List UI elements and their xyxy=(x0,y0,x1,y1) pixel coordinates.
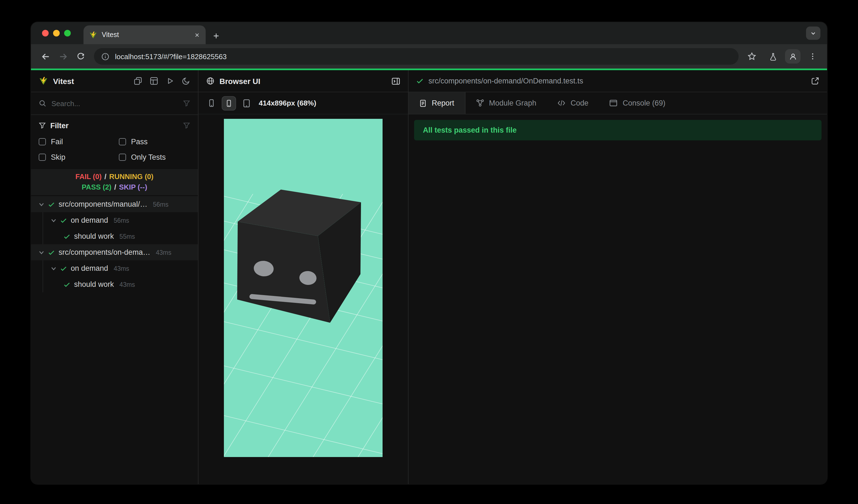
pass-count: PASS (2) xyxy=(81,183,111,191)
report-header: src/components/on-demand/OnDemand.test.t… xyxy=(409,70,827,92)
test-duration: 43ms xyxy=(120,281,135,288)
sidebar-actions xyxy=(134,77,190,85)
filter-section: Filter Fail Pass Skip Only Tests xyxy=(31,115,198,169)
tree-test-row[interactable]: should work 43ms xyxy=(43,276,198,292)
report-doc-icon xyxy=(419,99,427,107)
tree-file-row[interactable]: src/components/on-dema… 43ms xyxy=(31,244,198,260)
collapse-panels-icon[interactable] xyxy=(134,77,142,85)
maximize-window-button[interactable] xyxy=(64,30,71,36)
tab-code[interactable]: Code xyxy=(547,92,599,114)
pass-check-icon xyxy=(64,233,70,240)
checkbox-label: Fail xyxy=(51,137,63,146)
app-name: Vitest xyxy=(53,77,74,85)
filter-title: Filter xyxy=(50,121,68,130)
test-duration: 43ms xyxy=(156,249,171,256)
fail-count: FAIL (0) xyxy=(76,173,102,181)
tablet-icon[interactable] xyxy=(242,99,251,108)
sidebar: Vitest F xyxy=(31,70,198,484)
test-duration: 43ms xyxy=(114,265,129,272)
dashboard-icon[interactable] xyxy=(150,77,158,85)
device-active-toggle[interactable] xyxy=(222,96,236,110)
tab-module-graph[interactable]: Module Graph xyxy=(465,92,547,114)
tab-strip: Vitest xyxy=(31,22,827,44)
filter-checkbox-pass[interactable]: Pass xyxy=(119,137,190,146)
tab-label: Module Graph xyxy=(489,99,536,107)
checkbox-label: Only Tests xyxy=(131,153,166,161)
checkbox-icon[interactable] xyxy=(39,138,46,145)
search-row xyxy=(31,92,198,115)
pass-check-icon xyxy=(416,77,424,84)
close-window-button[interactable] xyxy=(42,30,49,36)
tree-suite-row[interactable]: on demand 43ms xyxy=(43,260,198,276)
all-tests-passed-banner: All tests passed in this file xyxy=(414,120,822,140)
tested-app-screen[interactable] xyxy=(224,119,383,457)
checkbox-icon[interactable] xyxy=(119,153,126,161)
tab-label: Code xyxy=(571,99,588,107)
running-count: RUNNING (0) xyxy=(109,173,154,181)
new-tab-button[interactable] xyxy=(212,32,220,40)
active-file-path: src/components/on-demand/OnDemand.test.t… xyxy=(428,77,583,85)
search-filter-off-icon[interactable] xyxy=(183,100,190,107)
forward-icon[interactable] xyxy=(54,48,72,65)
toolbar-actions xyxy=(743,48,822,65)
search-input[interactable] xyxy=(51,99,178,108)
browser-menu-dots-icon[interactable] xyxy=(804,48,822,65)
tab-search-chevron-icon[interactable] xyxy=(806,27,821,40)
chevron-down-icon[interactable] xyxy=(51,265,57,271)
tree-test-row[interactable]: should work 55ms xyxy=(43,228,198,244)
chevron-down-icon[interactable] xyxy=(39,201,44,207)
globe-icon xyxy=(206,77,214,85)
vitest-ui: Vitest F xyxy=(31,70,827,484)
test-suite-label: on demand xyxy=(71,216,108,224)
tree-suite-row[interactable]: on demand 56ms xyxy=(43,212,198,228)
viewport-resolution: 414x896px (68%) xyxy=(259,99,316,107)
phone-rotate-icon xyxy=(225,99,233,107)
test-tree: src/components/manual/… 56ms on demand 5… xyxy=(31,195,198,484)
filter-options: Fail Pass Skip Only Tests xyxy=(39,137,190,161)
filter-checkbox-fail[interactable]: Fail xyxy=(39,137,119,146)
tab-console[interactable]: Console (69) xyxy=(599,92,676,114)
test-case-label: should work xyxy=(74,280,114,289)
close-tab-icon[interactable] xyxy=(194,32,200,38)
separator: / xyxy=(114,183,116,191)
bookmark-star-icon[interactable] xyxy=(743,48,761,65)
summary-line-1: FAIL (0)/RUNNING (0) xyxy=(31,171,198,182)
vitest-logo-icon xyxy=(39,76,48,86)
summary-line-2: PASS (2)/SKIP (--) xyxy=(31,182,198,192)
robot-cube xyxy=(237,190,361,323)
filter-funnel-icon xyxy=(39,122,46,129)
open-external-icon[interactable] xyxy=(811,77,819,85)
site-info-icon[interactable] xyxy=(101,52,109,61)
pass-check-icon xyxy=(64,281,70,288)
theme-toggle-moon-icon[interactable] xyxy=(182,77,190,85)
skip-count: SKIP (--) xyxy=(119,183,147,191)
filter-reset-icon[interactable] xyxy=(183,122,190,129)
test-file-label: src/components/manual/… xyxy=(59,200,147,208)
open-panel-right-icon[interactable] xyxy=(392,77,400,85)
pass-check-icon xyxy=(60,217,67,224)
run-all-tests-icon[interactable] xyxy=(166,77,174,85)
checkbox-icon[interactable] xyxy=(39,153,46,161)
filter-checkbox-skip[interactable]: Skip xyxy=(39,153,119,161)
profile-avatar-icon[interactable] xyxy=(785,49,800,64)
tree-file-row[interactable]: src/components/manual/… 56ms xyxy=(31,196,198,212)
checkbox-icon[interactable] xyxy=(119,138,126,145)
tab-report[interactable]: Report xyxy=(409,92,465,114)
tab-label: Console (69) xyxy=(623,99,666,107)
preview-title: Browser UI xyxy=(220,77,260,85)
url-bar[interactable]: localhost:5173/#/?file=1828625563 xyxy=(94,48,738,65)
reload-icon[interactable] xyxy=(72,48,90,65)
minimize-window-button[interactable] xyxy=(53,30,60,36)
module-graph-icon xyxy=(476,99,484,107)
browser-tab[interactable]: Vitest xyxy=(83,26,206,44)
chevron-down-icon[interactable] xyxy=(51,217,57,223)
desktop-background: Vitest xyxy=(0,0,858,504)
chevron-down-icon[interactable] xyxy=(39,249,44,255)
chrome-labs-flask-icon[interactable] xyxy=(764,48,782,65)
phone-portrait-icon[interactable] xyxy=(207,99,216,107)
filter-title-row: Filter xyxy=(39,121,190,130)
back-icon[interactable] xyxy=(36,48,54,65)
filter-checkbox-only-tests[interactable]: Only Tests xyxy=(119,153,190,161)
separator: / xyxy=(105,173,107,181)
console-icon xyxy=(609,99,618,107)
